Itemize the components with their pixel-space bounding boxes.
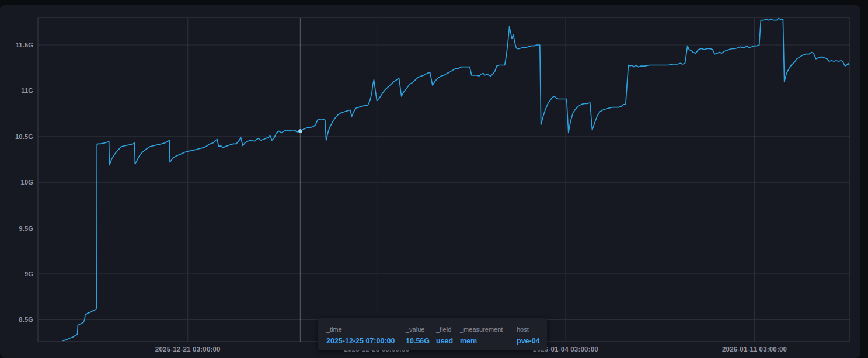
dashboard-page: { "app": { "card_background": "#161822",… xyxy=(0,0,868,358)
tooltip-header-value: _value xyxy=(406,326,436,333)
hover-tooltip: _time _value _field _measurement host 20… xyxy=(318,318,547,350)
y-tick-label: 9.5G xyxy=(0,224,33,232)
x-tick-label: 2025-12-21 03:00:00 xyxy=(135,345,240,354)
y-tick-label: 8.5G xyxy=(0,315,33,324)
y-tick-label: 11G xyxy=(0,86,33,95)
tooltip-header-time: _time xyxy=(326,326,406,333)
x-tick-label: 2026-01-11 03:00:00 xyxy=(702,345,807,354)
y-tick-label: 10G xyxy=(0,178,33,186)
y-tick-label: 11.5G xyxy=(0,41,33,49)
hover-point-dot xyxy=(298,129,302,133)
tooltip-value-host: pve-04 xyxy=(517,337,540,345)
tooltip-value-measurement: mem xyxy=(460,337,517,345)
tooltip-value-field: used xyxy=(436,337,460,345)
tooltip-header-host: host xyxy=(517,326,540,333)
y-tick-label: 10.5G xyxy=(0,133,33,141)
tooltip-header-measurement: _measurement xyxy=(460,326,517,333)
tooltip-header-field: _field xyxy=(436,326,460,333)
memory-usage-line-chart[interactable] xyxy=(0,0,868,358)
y-tick-label: 9G xyxy=(0,270,33,278)
plot-border xyxy=(38,18,850,342)
tooltip-value-time: 2025-12-25 07:00:00 xyxy=(326,337,406,345)
tooltip-value-value: 10.56G xyxy=(406,337,436,345)
memory-usage-line xyxy=(63,19,849,341)
